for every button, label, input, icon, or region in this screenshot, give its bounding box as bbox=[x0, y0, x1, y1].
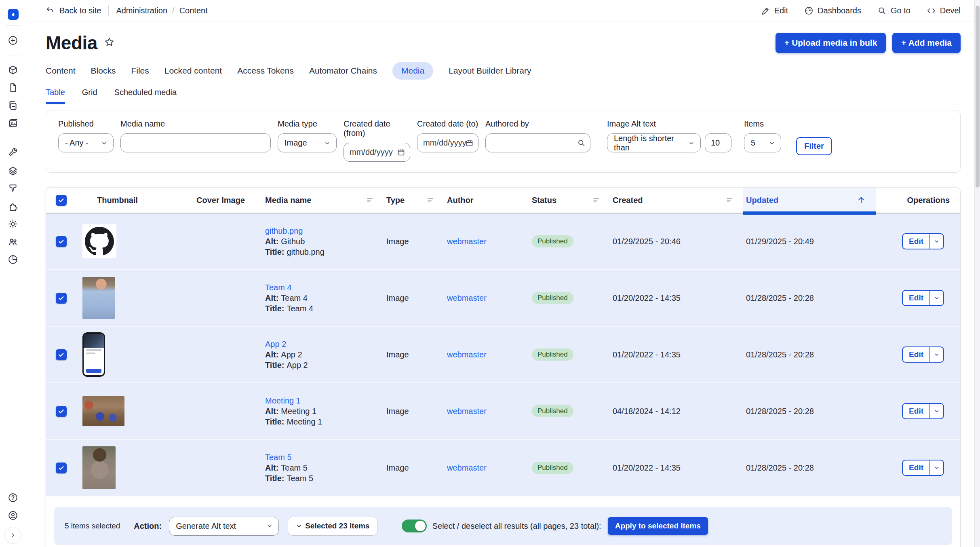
tab-layout-builder-library[interactable]: Layout Builder Library bbox=[449, 62, 531, 80]
tab-locked-content[interactable]: Locked content bbox=[164, 62, 222, 80]
tab-access-tokens[interactable]: Access Tokens bbox=[237, 62, 294, 80]
pie-chart-icon[interactable] bbox=[4, 251, 22, 268]
users-icon[interactable] bbox=[4, 233, 22, 251]
media-name-link[interactable]: Team 5 bbox=[265, 453, 292, 462]
add-media-button[interactable]: + Add media bbox=[892, 33, 961, 53]
scrollbar-thumb[interactable] bbox=[976, 6, 980, 188]
tab-scheduled-media[interactable]: Scheduled media bbox=[114, 88, 177, 104]
files-icon[interactable] bbox=[4, 97, 22, 114]
authored-by-input[interactable] bbox=[485, 133, 590, 152]
tab-files[interactable]: Files bbox=[131, 62, 149, 80]
edit-button[interactable]: Edit bbox=[903, 291, 929, 305]
tab-automator-chains[interactable]: Automator Chains bbox=[309, 62, 377, 80]
row-checkbox[interactable] bbox=[56, 293, 67, 304]
edit-split-button[interactable]: Edit bbox=[902, 460, 944, 476]
media-name-link[interactable]: Meeting 1 bbox=[265, 396, 301, 405]
edit-dropdown-toggle[interactable] bbox=[929, 460, 943, 475]
author-link[interactable]: webmaster bbox=[447, 294, 487, 303]
breadcrumb-administration[interactable]: Administration bbox=[116, 6, 167, 15]
tab-blocks[interactable]: Blocks bbox=[91, 62, 116, 80]
column-header-created[interactable]: Created bbox=[609, 188, 743, 213]
edit-button[interactable]: Edit bbox=[903, 347, 929, 362]
author-link[interactable]: webmaster bbox=[447, 463, 487, 473]
row-checkbox[interactable] bbox=[56, 406, 67, 417]
edit-button[interactable]: Edit bbox=[903, 404, 929, 418]
edit-dropdown-toggle[interactable] bbox=[929, 291, 943, 305]
add-circle-icon[interactable] bbox=[4, 32, 22, 49]
author-link[interactable]: webmaster bbox=[447, 237, 487, 246]
edit-split-button[interactable]: Edit bbox=[902, 233, 944, 249]
media-name-link[interactable]: github.png bbox=[265, 226, 303, 236]
media-name-link[interactable]: App 2 bbox=[265, 340, 286, 349]
bulk-action-select[interactable]: Generate Alt text bbox=[169, 517, 279, 536]
column-header-cover-image[interactable]: Cover Image bbox=[177, 188, 262, 213]
calendar-icon[interactable] bbox=[465, 139, 474, 147]
row-checkbox[interactable] bbox=[56, 236, 67, 247]
edit-dropdown-toggle[interactable] bbox=[929, 404, 943, 418]
media-name-link[interactable]: Team 4 bbox=[265, 283, 292, 292]
thumbnail-phone-app-screenshot[interactable] bbox=[82, 332, 105, 377]
edit-split-button[interactable]: Edit bbox=[902, 346, 944, 363]
column-header-type[interactable]: Type bbox=[383, 188, 444, 213]
tab-table[interactable]: Table bbox=[46, 88, 65, 104]
layers-icon[interactable] bbox=[4, 162, 22, 180]
wrench-icon[interactable] bbox=[4, 144, 22, 162]
goto-action[interactable]: Go to bbox=[877, 6, 910, 15]
author-link[interactable]: webmaster bbox=[447, 407, 487, 416]
items-select[interactable]: 5 bbox=[744, 133, 781, 152]
dashboards-action[interactable]: Dashboards bbox=[804, 6, 861, 15]
gear-icon[interactable] bbox=[4, 215, 22, 233]
cube-icon[interactable] bbox=[4, 61, 22, 79]
breadcrumb-content[interactable]: Content bbox=[179, 6, 208, 15]
select-all-checkbox[interactable] bbox=[56, 195, 67, 206]
thumbnail-github-logo[interactable] bbox=[82, 224, 116, 258]
thumbnail-portrait-woman-photo[interactable] bbox=[82, 446, 116, 489]
row-checkbox[interactable] bbox=[56, 463, 67, 473]
thumbnail-portrait-man-photo[interactable] bbox=[82, 277, 115, 319]
column-header-author[interactable]: Author bbox=[444, 188, 529, 213]
file-icon[interactable] bbox=[4, 79, 22, 97]
edit-split-button[interactable]: Edit bbox=[902, 290, 944, 306]
help-icon[interactable] bbox=[4, 489, 22, 507]
edit-button[interactable]: Edit bbox=[903, 234, 929, 249]
drupal-logo[interactable] bbox=[8, 9, 19, 20]
tab-grid[interactable]: Grid bbox=[82, 88, 97, 104]
upload-media-bulk-button[interactable]: + Upload media in bulk bbox=[776, 33, 886, 53]
filter-button[interactable]: Filter bbox=[796, 137, 832, 155]
image-alt-operator-select[interactable]: Length is shorter than bbox=[607, 133, 701, 152]
devel-action[interactable]: Devel bbox=[927, 6, 961, 15]
row-checkbox[interactable] bbox=[56, 349, 67, 360]
edit-dropdown-toggle[interactable] bbox=[929, 234, 943, 249]
page-scrollbar[interactable] bbox=[974, 0, 980, 547]
tab-content[interactable]: Content bbox=[46, 62, 76, 80]
selected-items-button[interactable]: Selected 23 items bbox=[288, 517, 377, 536]
sort-icon[interactable] bbox=[427, 196, 435, 204]
select-all-toggle[interactable] bbox=[402, 520, 427, 532]
column-header-status[interactable]: Status bbox=[529, 188, 609, 213]
favorite-star-icon[interactable] bbox=[104, 37, 115, 49]
sort-icon[interactable] bbox=[592, 196, 601, 204]
account-icon[interactable] bbox=[4, 507, 22, 524]
media-image-icon[interactable] bbox=[4, 114, 22, 132]
back-to-site-link[interactable]: Back to site bbox=[59, 6, 101, 15]
column-header-thumbnail[interactable]: Thumbnail bbox=[76, 188, 177, 213]
media-name-input[interactable] bbox=[120, 133, 271, 152]
edit-button[interactable]: Edit bbox=[903, 460, 929, 475]
image-alt-length-input[interactable] bbox=[705, 133, 731, 152]
author-link[interactable]: webmaster bbox=[447, 350, 487, 359]
tab-media[interactable]: Media bbox=[392, 62, 433, 80]
edit-dropdown-toggle[interactable] bbox=[929, 347, 943, 362]
sort-icon[interactable] bbox=[726, 196, 734, 204]
expand-sidebar-icon[interactable] bbox=[4, 527, 21, 544]
sort-icon[interactable] bbox=[366, 196, 374, 204]
puzzle-icon[interactable] bbox=[4, 197, 22, 215]
apply-to-selected-button[interactable]: Apply to selected items bbox=[608, 517, 708, 535]
paint-icon[interactable] bbox=[4, 180, 22, 197]
media-type-select[interactable]: Image bbox=[278, 133, 337, 152]
column-header-media-name[interactable]: Media name bbox=[262, 188, 383, 213]
calendar-icon[interactable] bbox=[397, 148, 405, 156]
thumbnail-meeting-photo[interactable] bbox=[82, 396, 124, 426]
edit-split-button[interactable]: Edit bbox=[902, 403, 944, 419]
column-header-updated[interactable]: Updated bbox=[743, 188, 876, 213]
edit-action[interactable]: Edit bbox=[761, 6, 788, 15]
